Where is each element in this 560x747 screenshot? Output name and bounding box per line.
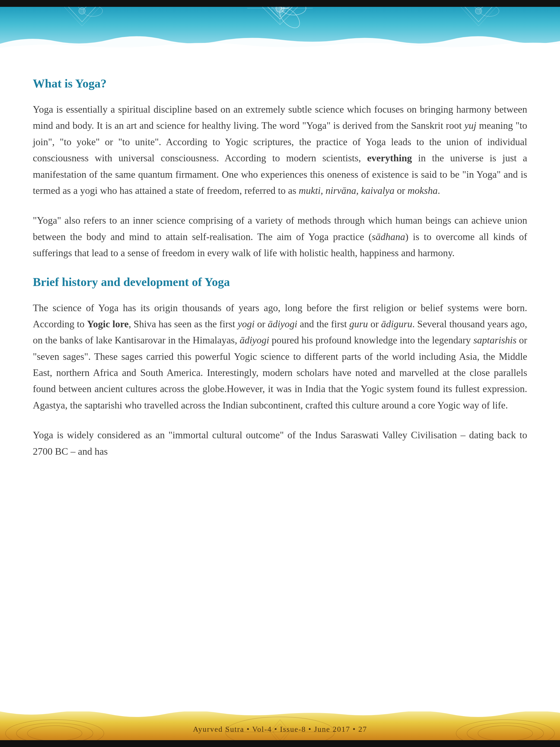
section-heading-what-is-yoga: What is Yoga? [33, 77, 527, 91]
top-header [0, 0, 560, 60]
footer-text: Ayurved Sutra • Vol-4 • Issue-8 • June 2… [193, 725, 367, 733]
paragraph-what-is-yoga-2: "Yoga" also refers to an inner science c… [33, 212, 527, 261]
bottom-black-bar [0, 740, 560, 747]
paragraph-history-1: The science of Yoga has its origin thous… [33, 300, 527, 414]
main-content: What is Yoga? Yoga is essentially a spir… [0, 60, 560, 712]
top-black-bar [0, 0, 560, 7]
section-heading-brief-history: Brief history and development of Yoga [33, 275, 527, 289]
paragraph-history-2: Yoga is widely considered as an "immorta… [33, 427, 527, 460]
top-decoration [0, 0, 560, 60]
paragraph-what-is-yoga-1: Yoga is essentially a spiritual discipli… [33, 101, 527, 199]
